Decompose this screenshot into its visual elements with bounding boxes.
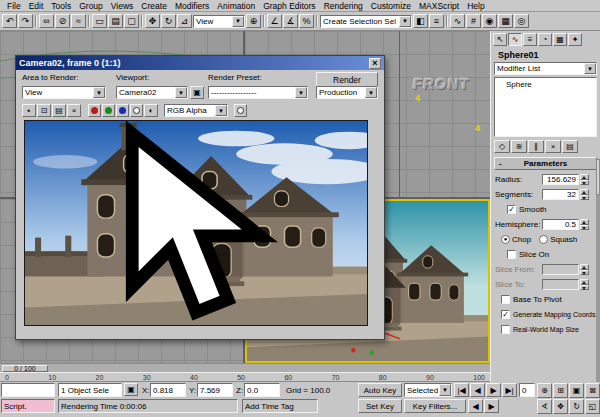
hierarchy-tab-icon[interactable]: ≡ (523, 33, 537, 46)
slice-on-checkbox[interactable] (507, 250, 516, 259)
set-key-button[interactable]: Set Key (358, 399, 402, 413)
motion-tab-icon[interactable]: ◔ (538, 33, 552, 46)
create-tab-icon[interactable]: ↖ (493, 33, 507, 46)
selection-lock-icon[interactable]: ▣ (124, 383, 138, 396)
chevron-down-icon[interactable]: ▾ (232, 16, 244, 27)
current-frame-field[interactable]: 0 (519, 383, 535, 397)
zoom-extents-icon[interactable]: ▣ (569, 383, 584, 398)
area-to-render-select[interactable]: View ▾ (22, 86, 106, 99)
key-filters-button[interactable]: Key Filters... (404, 399, 466, 413)
track-bar[interactable]: 0 10 20 30 40 50 60 70 80 90 100 (0, 372, 490, 382)
y-coordinate-field[interactable]: 7.569 (197, 383, 233, 397)
smooth-checkbox[interactable]: ✓ (507, 205, 516, 214)
menu-item-group[interactable]: Group (75, 1, 107, 11)
menu-item-modifiers[interactable]: Modifiers (171, 1, 213, 11)
play-icon[interactable]: ▶ (486, 383, 501, 397)
mini-listener-output[interactable] (1, 383, 55, 397)
schematic-view-icon[interactable]: # (466, 14, 481, 28)
monochrome-icon[interactable]: ◐ (144, 104, 158, 117)
display-tab-icon[interactable]: ▦ (553, 33, 567, 46)
panel-scrollbar[interactable] (596, 159, 600, 382)
chevron-down-icon[interactable]: ▾ (439, 384, 451, 396)
previous-key-icon[interactable]: ◀ (468, 399, 483, 413)
alpha-channel-icon[interactable] (130, 104, 143, 117)
rfw-titlebar[interactable]: Camera02, frame 0 (1:1) × (16, 56, 384, 70)
select-rotate-icon[interactable]: ↻ (161, 14, 176, 28)
show-end-result-icon[interactable]: ≋ (511, 140, 527, 153)
modifier-stack-item[interactable]: Sphere (496, 79, 595, 90)
quick-render-icon[interactable]: ◎ (514, 14, 529, 28)
render-button[interactable]: Render (316, 72, 378, 87)
green-channel-icon[interactable] (102, 104, 115, 117)
menu-item-rendering[interactable]: Rendering (320, 1, 367, 11)
use-pivot-icon[interactable]: ⊕ (246, 14, 261, 28)
menu-item-animation[interactable]: Animation (213, 1, 259, 11)
remove-modifier-icon[interactable]: × (545, 140, 561, 153)
maxscript-mini-listener[interactable]: Script. (1, 399, 55, 413)
x-coordinate-field[interactable]: 0.818 (150, 383, 186, 397)
render-preset-select[interactable]: ----------------- ▾ (208, 86, 308, 99)
menu-item-create[interactable]: Create (137, 1, 171, 11)
parameters-rollout[interactable]: - Parameters (494, 157, 597, 170)
menu-item-edit[interactable]: Edit (25, 1, 48, 11)
chevron-down-icon[interactable]: ▾ (215, 105, 227, 116)
modifier-list-select[interactable]: Modifier List ▾ (494, 62, 597, 75)
time-slider-handle[interactable]: 0 / 100 (2, 365, 48, 372)
chevron-down-icon[interactable]: ▾ (93, 87, 105, 98)
chevron-down-icon[interactable]: ▾ (295, 87, 307, 98)
make-unique-icon[interactable]: ∥ (528, 140, 544, 153)
utilities-tab-icon[interactable]: ✦ (568, 33, 582, 46)
squash-radio[interactable] (539, 235, 548, 244)
blue-channel-icon[interactable] (116, 104, 129, 117)
configure-stack-icon[interactable]: ▤ (562, 140, 578, 153)
zoom-icon[interactable]: ⊕ (537, 383, 552, 398)
z-coordinate-field[interactable]: 0.0 (244, 383, 280, 397)
select-move-icon[interactable]: ✥ (145, 14, 160, 28)
bind-spacewarp-icon[interactable]: ≈ (71, 14, 86, 28)
select-link-icon[interactable]: ∞ (39, 14, 54, 28)
select-by-name-icon[interactable]: ▤ (108, 14, 123, 28)
viewport-select[interactable]: Camera02 ▾ (116, 86, 188, 99)
zoom-all-icon[interactable]: ⊞ (553, 383, 568, 398)
print-icon[interactable]: ▤ (52, 104, 66, 117)
hemisphere-spinner[interactable] (580, 219, 589, 230)
lock-viewport-icon[interactable]: ▣ (190, 86, 204, 99)
percent-snap-icon[interactable]: % (299, 14, 314, 28)
time-slider[interactable]: 0 / 100 (0, 363, 490, 372)
region-select-icon[interactable]: ▢ (124, 14, 139, 28)
chevron-down-icon[interactable]: ▾ (584, 63, 596, 74)
clear-icon[interactable]: × (67, 104, 81, 117)
align-icon[interactable]: ≡ (429, 14, 444, 28)
chevron-down-icon[interactable]: ▾ (399, 16, 411, 27)
clone-frame-icon[interactable]: ⊡ (37, 104, 51, 117)
menu-item-tools[interactable]: Tools (47, 1, 75, 11)
zoom-extents-all-icon[interactable]: ⊠ (585, 383, 600, 398)
select-scale-icon[interactable]: ⊿ (177, 14, 192, 28)
generate-mapping-checkbox[interactable]: ✓ (501, 310, 510, 319)
chevron-down-icon[interactable]: ▾ (175, 87, 187, 98)
go-to-start-icon[interactable]: |◀ (454, 383, 469, 397)
menu-item-file[interactable]: File (3, 1, 25, 11)
segments-spinner[interactable] (580, 189, 589, 200)
angle-snap-icon[interactable]: ∡ (283, 14, 298, 28)
selection-set-select[interactable]: Create Selection Sel ▾ (320, 15, 412, 28)
material-editor-icon[interactable]: ◉ (482, 14, 497, 28)
save-bitmap-icon[interactable]: ▪ (22, 104, 36, 117)
color-swatch[interactable] (234, 104, 247, 117)
curve-editor-icon[interactable]: ∿ (450, 14, 465, 28)
front-text-object[interactable]: FRONT (412, 75, 470, 92)
key-filter-select[interactable]: Selected ▾ (404, 383, 452, 397)
render-mode-select[interactable]: Production ▾ (316, 86, 378, 99)
snap-toggle-icon[interactable]: ∠ (267, 14, 282, 28)
menu-item-graph-editors[interactable]: Graph Editors (259, 1, 319, 11)
select-object-icon[interactable]: ▭ (92, 14, 107, 28)
previous-frame-icon[interactable]: ◀ (470, 383, 485, 397)
radius-spinner[interactable] (580, 174, 589, 185)
hemisphere-input[interactable]: 0.5 (542, 219, 579, 230)
next-key-icon[interactable]: ▶ (484, 399, 499, 413)
menu-item-customize[interactable]: Customize (367, 1, 415, 11)
segments-input[interactable]: 32 (542, 189, 579, 200)
chop-radio[interactable]: ● (501, 235, 510, 244)
go-to-end-icon[interactable]: ▶| (502, 383, 517, 397)
menu-item-maxscript[interactable]: MAXScript (415, 1, 463, 11)
